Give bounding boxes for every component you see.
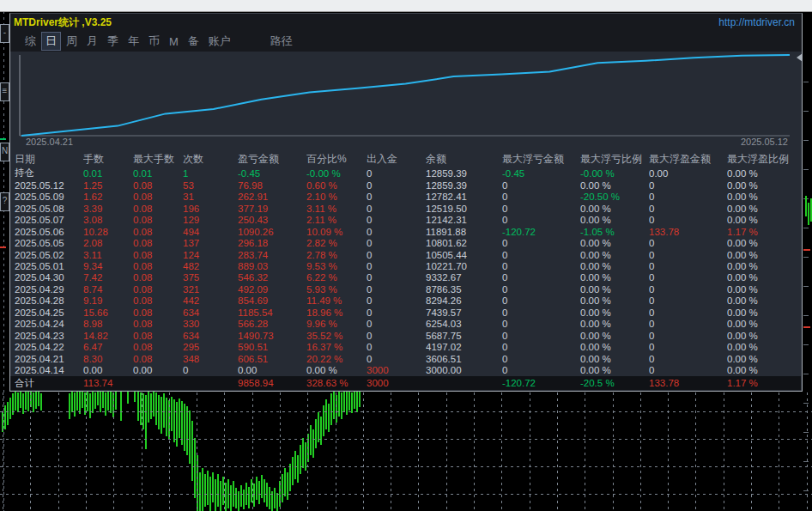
table-row: 2025.04.289.190.08442854.6911.49 %08294.… [10, 295, 801, 307]
table-cell: 0.00 % [727, 284, 801, 295]
tab-季[interactable]: 季 [103, 32, 123, 51]
table-cell: 8.30 [83, 354, 133, 364]
table-cell: 0.08 [133, 295, 183, 306]
table-cell: 0.00 % [727, 261, 801, 271]
table-cell: 8786.35 [426, 284, 502, 295]
grid-line-vertical [30, 392, 31, 511]
table-cell: 296.18 [238, 238, 306, 248]
left-edge-icon[interactable]: N [0, 143, 9, 161]
table-row: 2025.05.019.340.08482889.039.53 %010221.… [10, 260, 801, 271]
order-line-mark [803, 326, 810, 328]
tab-综[interactable]: 综 [21, 32, 40, 51]
tab-账户[interactable]: 账户 [204, 32, 235, 51]
table-header: 日期手数最大手数次数盈亏金额百分比%出入金余额最大浮亏金额最大浮亏比例最大浮盈金… [10, 152, 801, 167]
table-cell: 0 [367, 272, 426, 283]
table-cell: 0.00 % [580, 342, 649, 352]
tab-币[interactable]: 币 [144, 32, 164, 51]
table-cell: 10801.62 [426, 238, 502, 248]
grid-line-vertical [807, 392, 808, 511]
table-cell: 0 [649, 295, 727, 306]
tab-月[interactable]: 月 [82, 32, 102, 51]
table-cell: 7439.57 [426, 307, 502, 318]
table-cell: 0 [367, 227, 426, 237]
left-edge-icon[interactable]: ≡ [0, 82, 9, 101]
table-cell: 0.00 % [580, 331, 649, 341]
table-cell: 5687.75 [426, 331, 502, 341]
grid-line-vertical [58, 392, 59, 511]
table-cell: 0 [502, 204, 580, 214]
table-cell: 9.96 % [306, 319, 367, 329]
table-cell: 0.00 % [580, 295, 649, 306]
table-cell: 0 [367, 261, 426, 271]
table-cell: 10.09 % [306, 227, 367, 237]
table-cell: 1.17 % [727, 227, 801, 237]
tab-日[interactable]: 日 [41, 32, 61, 51]
grid-line-vertical [695, 392, 696, 511]
panel-collapse-arrow[interactable] [797, 53, 803, 62]
grid-line-vertical [751, 392, 752, 511]
left-edge-icon[interactable]: - [0, 24, 9, 43]
grid-line-horizontal [0, 494, 812, 495]
table-row: 2025.05.091.620.0831262.912.10 %012782.4… [10, 191, 801, 202]
tab-周[interactable]: 周 [62, 32, 82, 51]
price-scale-tick [803, 257, 809, 258]
table-cell: 133.78 [649, 227, 727, 237]
price-scale-tick [803, 490, 809, 491]
table-cell: 0 [367, 168, 426, 179]
table-cell: 6.22 % [306, 272, 367, 283]
grid-line-vertical [501, 392, 502, 511]
table-cell: 0.00 % [727, 215, 801, 225]
table-cell: 3000.00 [426, 365, 502, 375]
table-cell: 0 [502, 331, 580, 341]
table-row: 2025.04.298.740.08321492.095.93 %08786.3… [10, 283, 801, 295]
website-link[interactable]: http://mtdriver.cn [718, 16, 795, 28]
grid-line-vertical [363, 392, 364, 511]
table-cell: 566.28 [238, 319, 306, 329]
table-cell: 0 [502, 192, 580, 202]
table-cell: 124 [183, 250, 238, 260]
table-cell: -1.05 % [580, 227, 649, 237]
path-button[interactable]: 路径 [270, 33, 293, 49]
table-cell: 0 [502, 319, 580, 329]
table-cell: 133.78 [649, 378, 727, 388]
date-cell: 2025.04.14 [15, 365, 83, 375]
table-cell: 0 [502, 295, 580, 306]
tab-M[interactable]: M [165, 33, 183, 50]
chart-edge-mark [0, 138, 6, 140]
table-cell: 12782.41 [426, 192, 502, 202]
price-scale-tick [803, 169, 809, 170]
tab-年[interactable]: 年 [124, 32, 143, 51]
grid-line-vertical [142, 392, 142, 511]
table-cell: 0 [502, 354, 580, 364]
table-cell: 6254.03 [426, 319, 502, 329]
price-scale-tick [803, 432, 809, 433]
table-cell: 0.08 [133, 307, 183, 318]
table-cell: 76.98 [238, 180, 306, 191]
table-cell: -120.72 [502, 227, 580, 237]
table-cell: 0 [367, 204, 426, 214]
table-cell: 1.62 [83, 192, 133, 202]
table-cell: 0 [649, 215, 727, 225]
price-scale-tick [803, 286, 809, 287]
table-cell: 0.00 % [727, 295, 801, 306]
table-cell: 494 [183, 227, 238, 237]
table-cell: 129 [183, 215, 238, 225]
left-edge-icon[interactable]: ? [0, 192, 9, 211]
tab-bar: 综日周月季年币M备账户 路径 [10, 31, 802, 52]
table-cell: 1 [183, 168, 238, 179]
table-cell: 0.08 [133, 331, 183, 341]
grid-line-vertical [391, 392, 391, 511]
price-scale-tick [803, 403, 809, 404]
date-cell: 持仓 [15, 167, 83, 179]
window-top-strip [0, 0, 812, 12]
date-cell: 2025.04.22 [15, 342, 83, 352]
date-cell: 2025.05.02 [15, 250, 83, 260]
date-cell: 2025.05.09 [15, 192, 83, 202]
table-cell: 6.47 [83, 342, 133, 352]
table-cell: 0.00 % [727, 180, 801, 191]
table-cell: 53 [183, 180, 238, 191]
table-cell: 12859.39 [426, 168, 502, 179]
grid-line-vertical [86, 392, 87, 511]
table-cell: -0.00 % [580, 168, 649, 179]
tab-备[interactable]: 备 [184, 32, 203, 51]
